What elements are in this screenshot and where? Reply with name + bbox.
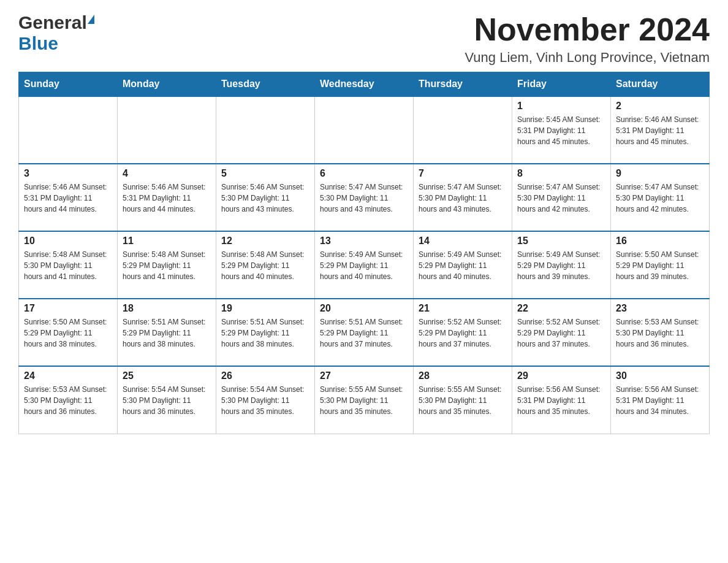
calendar-day-header: Friday <box>512 72 611 97</box>
day-info: Sunrise: 5:51 AM Sunset: 5:29 PM Dayligh… <box>221 316 309 350</box>
calendar-cell: 27Sunrise: 5:55 AM Sunset: 5:30 PM Dayli… <box>315 366 414 434</box>
location-subtitle: Vung Liem, Vinh Long Province, Vietnam <box>464 50 710 66</box>
calendar-week-row: 1Sunrise: 5:45 AM Sunset: 5:31 PM Daylig… <box>19 96 710 164</box>
day-info: Sunrise: 5:50 AM Sunset: 5:29 PM Dayligh… <box>616 249 704 282</box>
calendar-cell: 23Sunrise: 5:53 AM Sunset: 5:30 PM Dayli… <box>611 299 710 366</box>
day-number: 2 <box>616 101 704 112</box>
day-number: 7 <box>419 168 507 179</box>
day-info: Sunrise: 5:54 AM Sunset: 5:30 PM Dayligh… <box>123 384 211 417</box>
calendar-day-header: Monday <box>118 72 216 97</box>
day-info: Sunrise: 5:53 AM Sunset: 5:30 PM Dayligh… <box>24 384 112 417</box>
day-info: Sunrise: 5:47 AM Sunset: 5:30 PM Dayligh… <box>320 182 408 215</box>
page-header: General Blue November 2024 Vung Liem, Vi… <box>18 12 710 66</box>
day-number: 3 <box>24 168 112 179</box>
calendar-cell: 28Sunrise: 5:55 AM Sunset: 5:30 PM Dayli… <box>414 366 512 434</box>
day-info: Sunrise: 5:54 AM Sunset: 5:30 PM Dayligh… <box>221 384 309 417</box>
day-number: 27 <box>320 370 408 381</box>
calendar-cell: 1Sunrise: 5:45 AM Sunset: 5:31 PM Daylig… <box>512 96 611 164</box>
day-info: Sunrise: 5:51 AM Sunset: 5:29 PM Dayligh… <box>320 316 408 350</box>
calendar-cell: 20Sunrise: 5:51 AM Sunset: 5:29 PM Dayli… <box>315 299 414 366</box>
day-info: Sunrise: 5:51 AM Sunset: 5:29 PM Dayligh… <box>123 316 211 350</box>
day-info: Sunrise: 5:55 AM Sunset: 5:30 PM Dayligh… <box>419 384 507 417</box>
calendar-cell: 17Sunrise: 5:50 AM Sunset: 5:29 PM Dayli… <box>19 299 118 366</box>
day-number: 21 <box>419 303 507 314</box>
day-info: Sunrise: 5:48 AM Sunset: 5:30 PM Dayligh… <box>24 249 112 282</box>
day-number: 9 <box>616 168 704 179</box>
day-info: Sunrise: 5:48 AM Sunset: 5:29 PM Dayligh… <box>123 249 211 282</box>
calendar-cell: 7Sunrise: 5:47 AM Sunset: 5:30 PM Daylig… <box>414 164 512 231</box>
logo-general-text: General <box>18 12 87 33</box>
day-info: Sunrise: 5:48 AM Sunset: 5:29 PM Dayligh… <box>221 249 309 282</box>
day-info: Sunrise: 5:46 AM Sunset: 5:31 PM Dayligh… <box>123 182 211 215</box>
day-number: 12 <box>221 236 309 247</box>
day-info: Sunrise: 5:46 AM Sunset: 5:31 PM Dayligh… <box>24 182 112 215</box>
calendar-cell: 24Sunrise: 5:53 AM Sunset: 5:30 PM Dayli… <box>19 366 118 434</box>
day-number: 6 <box>320 168 408 179</box>
calendar-cell: 6Sunrise: 5:47 AM Sunset: 5:30 PM Daylig… <box>315 164 414 231</box>
calendar-week-row: 10Sunrise: 5:48 AM Sunset: 5:30 PM Dayli… <box>19 231 710 299</box>
month-title: November 2024 <box>464 12 710 47</box>
day-number: 26 <box>221 370 309 381</box>
day-number: 13 <box>320 236 408 247</box>
day-number: 16 <box>616 236 704 247</box>
calendar-cell: 14Sunrise: 5:49 AM Sunset: 5:29 PM Dayli… <box>414 231 512 299</box>
calendar-day-header: Sunday <box>19 72 118 97</box>
calendar-day-header: Tuesday <box>216 72 315 97</box>
calendar-cell: 2Sunrise: 5:46 AM Sunset: 5:31 PM Daylig… <box>611 96 710 164</box>
day-info: Sunrise: 5:49 AM Sunset: 5:29 PM Dayligh… <box>517 249 605 282</box>
day-number: 19 <box>221 303 309 314</box>
day-info: Sunrise: 5:56 AM Sunset: 5:31 PM Dayligh… <box>616 384 704 417</box>
day-info: Sunrise: 5:47 AM Sunset: 5:30 PM Dayligh… <box>517 182 605 215</box>
day-info: Sunrise: 5:50 AM Sunset: 5:29 PM Dayligh… <box>24 316 112 350</box>
calendar-cell: 26Sunrise: 5:54 AM Sunset: 5:30 PM Dayli… <box>216 366 315 434</box>
day-number: 23 <box>616 303 704 314</box>
calendar-cell: 30Sunrise: 5:56 AM Sunset: 5:31 PM Dayli… <box>611 366 710 434</box>
calendar-cell: 15Sunrise: 5:49 AM Sunset: 5:29 PM Dayli… <box>512 231 611 299</box>
calendar-cell <box>216 96 315 164</box>
day-number: 20 <box>320 303 408 314</box>
calendar-cell: 22Sunrise: 5:52 AM Sunset: 5:29 PM Dayli… <box>512 299 611 366</box>
day-number: 24 <box>24 370 112 381</box>
day-number: 8 <box>517 168 605 179</box>
day-number: 30 <box>616 370 704 381</box>
day-number: 17 <box>24 303 112 314</box>
day-number: 15 <box>517 236 605 247</box>
calendar-day-header: Thursday <box>414 72 512 97</box>
day-info: Sunrise: 5:46 AM Sunset: 5:30 PM Dayligh… <box>221 182 309 215</box>
day-info: Sunrise: 5:45 AM Sunset: 5:31 PM Dayligh… <box>517 114 605 147</box>
calendar-cell: 12Sunrise: 5:48 AM Sunset: 5:29 PM Dayli… <box>216 231 315 299</box>
calendar-table: SundayMondayTuesdayWednesdayThursdayFrid… <box>18 72 710 434</box>
day-number: 11 <box>123 236 211 247</box>
calendar-day-header: Saturday <box>611 72 710 97</box>
day-number: 28 <box>419 370 507 381</box>
title-section: November 2024 Vung Liem, Vinh Long Provi… <box>464 12 710 66</box>
day-info: Sunrise: 5:47 AM Sunset: 5:30 PM Dayligh… <box>419 182 507 215</box>
calendar-cell: 3Sunrise: 5:46 AM Sunset: 5:31 PM Daylig… <box>19 164 118 231</box>
day-number: 10 <box>24 236 112 247</box>
day-number: 29 <box>517 370 605 381</box>
day-info: Sunrise: 5:52 AM Sunset: 5:29 PM Dayligh… <box>419 316 507 350</box>
calendar-week-row: 3Sunrise: 5:46 AM Sunset: 5:31 PM Daylig… <box>19 164 710 231</box>
calendar-cell: 11Sunrise: 5:48 AM Sunset: 5:29 PM Dayli… <box>118 231 216 299</box>
calendar-cell: 8Sunrise: 5:47 AM Sunset: 5:30 PM Daylig… <box>512 164 611 231</box>
calendar-cell <box>118 96 216 164</box>
calendar-cell: 9Sunrise: 5:47 AM Sunset: 5:30 PM Daylig… <box>611 164 710 231</box>
day-info: Sunrise: 5:52 AM Sunset: 5:29 PM Dayligh… <box>517 316 605 350</box>
day-number: 1 <box>517 101 605 112</box>
calendar-cell: 16Sunrise: 5:50 AM Sunset: 5:29 PM Dayli… <box>611 231 710 299</box>
logo: General Blue <box>18 12 94 54</box>
calendar-week-row: 24Sunrise: 5:53 AM Sunset: 5:30 PM Dayli… <box>19 366 710 434</box>
day-info: Sunrise: 5:55 AM Sunset: 5:30 PM Dayligh… <box>320 384 408 417</box>
day-info: Sunrise: 5:47 AM Sunset: 5:30 PM Dayligh… <box>616 182 704 215</box>
calendar-header-row: SundayMondayTuesdayWednesdayThursdayFrid… <box>19 72 710 97</box>
day-info: Sunrise: 5:49 AM Sunset: 5:29 PM Dayligh… <box>419 249 507 282</box>
day-info: Sunrise: 5:46 AM Sunset: 5:31 PM Dayligh… <box>616 114 704 147</box>
calendar-cell <box>414 96 512 164</box>
calendar-cell: 5Sunrise: 5:46 AM Sunset: 5:30 PM Daylig… <box>216 164 315 231</box>
logo-arrow-icon <box>88 15 94 24</box>
day-number: 5 <box>221 168 309 179</box>
calendar-cell: 10Sunrise: 5:48 AM Sunset: 5:30 PM Dayli… <box>19 231 118 299</box>
calendar-cell: 19Sunrise: 5:51 AM Sunset: 5:29 PM Dayli… <box>216 299 315 366</box>
logo-blue-text: Blue <box>18 33 58 53</box>
day-number: 14 <box>419 236 507 247</box>
